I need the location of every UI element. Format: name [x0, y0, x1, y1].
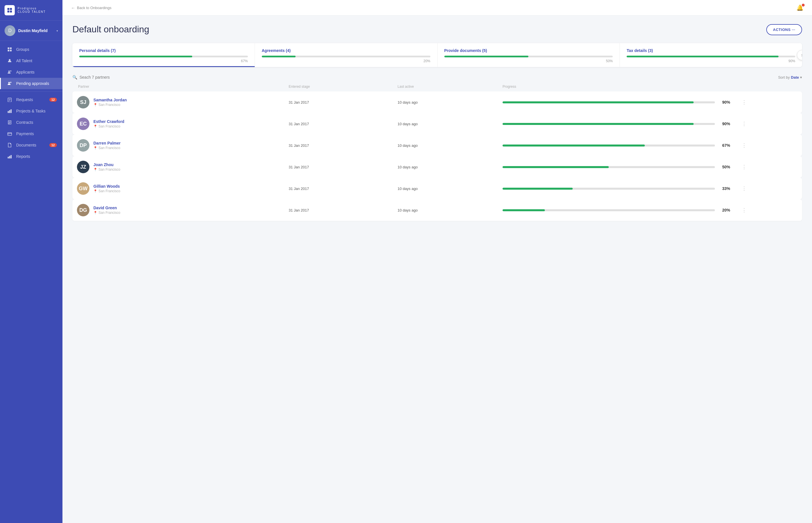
stage-cards: Personal details (7) 67% Agreements (4) … [72, 43, 802, 67]
sidebar-item-requests[interactable]: Requests 12 [0, 94, 62, 105]
notification-bell[interactable]: 🔔 [796, 4, 804, 11]
partner-location: 📍 San Francisco [93, 146, 121, 150]
partner-info: David Green 📍 San Francisco [93, 205, 120, 215]
partner-info: Esther Crawford 📍 San Francisco [93, 119, 124, 128]
svg-rect-19 [11, 109, 12, 113]
svg-rect-26 [8, 157, 9, 159]
contracts-icon [6, 120, 13, 125]
partners-table: Partner Entered stage Last active Progre… [72, 85, 802, 221]
stage-percent: 20% [262, 59, 430, 63]
table-row[interactable]: DP Darren Palmer 📍 San Francisco 31 Jan … [72, 134, 802, 156]
svg-rect-0 [7, 8, 10, 10]
col-entered-stage: Entered stage [284, 85, 393, 91]
content-area: Default onboarding ACTIONS ··· Personal … [62, 16, 812, 523]
partner-cell: SJ Samantha Jordan 📍 San Francisco [72, 91, 284, 113]
row-more-button[interactable]: ⋮ [739, 120, 749, 128]
partner-location: 📍 San Francisco [93, 103, 127, 107]
table-row[interactable]: EC Esther Crawford 📍 San Francisco 31 Ja… [72, 113, 802, 134]
sort-value[interactable]: Date [791, 75, 799, 79]
sidebar-item-all-talent[interactable]: All Talent [0, 55, 62, 67]
stage-progress-fill [627, 56, 778, 57]
svg-rect-27 [9, 156, 10, 159]
col-actions [735, 85, 802, 91]
user-icon [6, 58, 13, 63]
svg-rect-4 [8, 48, 10, 49]
svg-rect-17 [8, 111, 9, 113]
location-pin-icon: 📍 [93, 190, 97, 193]
row-actions-cell: ⋮ [735, 156, 802, 178]
documents-icon [6, 143, 13, 147]
svg-rect-7 [10, 50, 12, 51]
partner-avatar: JZ [77, 161, 89, 173]
sidebar-item-reports[interactable]: Reports [0, 151, 62, 162]
sidebar-item-pending-approvals[interactable]: Pending approvals [0, 78, 62, 89]
location-pin-icon: 📍 [93, 168, 97, 172]
stage-card-tax-details[interactable]: Tax details (3) 90% [620, 43, 802, 67]
svg-rect-1 [10, 8, 12, 10]
partner-cell: EC Esther Crawford 📍 San Francisco [72, 113, 284, 134]
sidebar-item-groups[interactable]: Groups [0, 44, 62, 55]
sidebar-item-label: Contracts [16, 120, 57, 125]
svg-rect-28 [11, 155, 12, 159]
user-profile[interactable]: D Dustin Mayfield ▾ [0, 21, 62, 41]
logo-text: Prodigious CLOUD TALENT [18, 7, 46, 14]
payments-icon [6, 131, 13, 136]
entered-stage-cell: 31 Jan 2017 [284, 134, 393, 156]
stage-progress-bar [444, 56, 613, 57]
stage-card-provide-documents[interactable]: Provide documents (5) 50% [437, 43, 620, 67]
grid-icon [6, 47, 13, 52]
progress-cell: 33% [498, 178, 735, 199]
main-content: ← Back to Onboardings 🔔 Default onboardi… [62, 0, 812, 523]
row-more-button[interactable]: ⋮ [739, 184, 749, 193]
stage-card-agreements[interactable]: Agreements (4) 20% [255, 43, 437, 67]
table-row[interactable]: GW Gillian Woods 📍 San Francisco 31 Jan … [72, 178, 802, 199]
documents-badge: 12 [49, 143, 57, 147]
table-row[interactable]: JZ Joan Zhou 📍 San Francisco 31 Jan 2017… [72, 156, 802, 178]
stage-percent: 90% [627, 59, 795, 63]
last-active-cell: 10 days ago [393, 199, 498, 221]
entered-stage-cell: 31 Jan 2017 [284, 156, 393, 178]
partner-name: Gillian Woods [93, 184, 120, 188]
back-link[interactable]: ← Back to Onboardings [71, 5, 111, 10]
progress-fill [503, 101, 693, 103]
row-more-button[interactable]: ⋮ [739, 206, 749, 214]
actions-button[interactable]: ACTIONS ··· [766, 24, 802, 35]
progress-cell: 50% [498, 156, 735, 178]
last-active-cell: 10 days ago [393, 178, 498, 199]
progress-bar [503, 209, 715, 211]
stage-progress-fill [79, 56, 192, 57]
location-pin-icon: 📍 [93, 125, 97, 128]
table-row[interactable]: SJ Samantha Jordan 📍 San Francisco 31 Ja… [72, 91, 802, 113]
sort-label: Sort by [778, 75, 790, 79]
sidebar-item-label: All Talent [16, 58, 57, 63]
reports-icon [6, 154, 13, 159]
last-active-cell: 10 days ago [393, 134, 498, 156]
logo: Prodigious CLOUD TALENT [0, 0, 62, 21]
svg-point-25 [8, 134, 9, 134]
partner-cell: GW Gillian Woods 📍 San Francisco [72, 178, 284, 199]
sidebar-nav-primary: Groups All Talent Applicants Pending app… [0, 41, 62, 523]
stage-card-title: Tax details (3) [627, 48, 795, 53]
sidebar-item-documents[interactable]: Documents 12 [0, 139, 62, 151]
last-active-cell: 10 days ago [393, 113, 498, 134]
sidebar-item-contracts[interactable]: Contracts [0, 117, 62, 128]
search-input[interactable] [79, 75, 136, 79]
back-label: Back to Onboardings [77, 6, 111, 10]
topbar: ← Back to Onboardings 🔔 [62, 0, 812, 16]
sidebar-item-payments[interactable]: Payments [0, 128, 62, 139]
progress-bar [503, 166, 715, 168]
stage-card-personal-details[interactable]: Personal details (7) 67% [72, 43, 255, 67]
sidebar-item-label: Payments [16, 131, 57, 136]
logo-icon [4, 5, 15, 15]
partner-name: David Green [93, 205, 120, 210]
table-row[interactable]: DG David Green 📍 San Francisco 31 Jan 20… [72, 199, 802, 221]
sidebar-item-projects-tasks[interactable]: Projects & Tasks [0, 105, 62, 117]
sort-chevron-icon: ▾ [800, 75, 802, 79]
last-active-cell: 10 days ago [393, 91, 498, 113]
row-more-button[interactable]: ⋮ [739, 163, 749, 171]
row-more-button[interactable]: ⋮ [739, 98, 749, 107]
row-more-button[interactable]: ⋮ [739, 141, 749, 150]
sort-wrapper: Sort by Date ▾ [778, 75, 802, 79]
sidebar-item-applicants[interactable]: Applicants [0, 67, 62, 78]
svg-rect-5 [10, 48, 12, 49]
